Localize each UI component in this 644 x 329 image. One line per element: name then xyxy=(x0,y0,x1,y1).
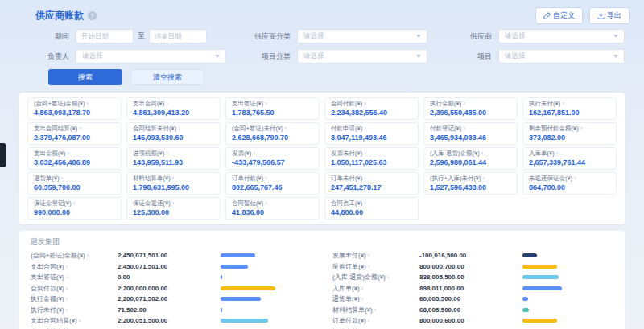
stat-cell[interactable]: 支出合同(¥) › 4,861,309,413.20 xyxy=(126,97,221,120)
stat-value: 802,665,767.46 xyxy=(232,183,313,192)
stat-label: 保证金返还(¥) › xyxy=(133,199,214,208)
export-button[interactable]: 导出 xyxy=(589,7,630,24)
stat-cell[interactable]: 执行金额(¥) › 2,396,550,485.00 xyxy=(423,97,518,120)
detail-row-label[interactable]: 发票未付(¥) › xyxy=(332,251,419,260)
stat-cell[interactable]: 未返还保证金(¥) › 864,700.00 xyxy=(522,172,617,195)
stat-cell[interactable]: 合同结算未付(¥) › 145,093,530.60 xyxy=(126,122,221,145)
stat-cell[interactable]: 支出金额(¥) › 3,032,456,486.89 xyxy=(27,147,122,170)
project-placeholder: 请选择 xyxy=(505,51,526,61)
stat-cell[interactable]: 付款申请(¥) › 3,047,119,493.46 xyxy=(324,122,419,145)
stat-value: 1,050,117,025.63 xyxy=(331,158,412,167)
stat-label: 未返还保证金(¥) › xyxy=(529,175,610,183)
detail-row: 执行金额(¥) › 2,200,071,502.00 xyxy=(31,294,312,305)
stat-cell[interactable]: 保证金登记(¥) › 990,000.00 xyxy=(27,197,122,220)
end-date-input[interactable] xyxy=(149,29,207,43)
stat-cell[interactable]: (执行+入库)未付(¥) › 1,527,596,433.00 xyxy=(423,172,518,195)
detail-row-bar-fill xyxy=(221,275,222,279)
detail-row-bar xyxy=(522,265,613,269)
supplier-label: 供应商 xyxy=(442,31,498,42)
detail-row-label[interactable]: (入库-退货)金额(¥) › xyxy=(332,273,419,282)
detail-row-label[interactable]: 执行金额(¥) › xyxy=(31,294,118,303)
supplier-select[interactable]: 请选择 xyxy=(498,29,625,43)
clear-search-button[interactable]: 清空搜索 xyxy=(130,69,204,85)
project-select[interactable]: 请选择 xyxy=(498,49,625,64)
stat-value: 2,234,382,556.40 xyxy=(331,108,412,117)
chevron-right-icon: › xyxy=(79,125,81,133)
stat-cell[interactable]: 退货单(¥) › 60,359,700.00 xyxy=(27,172,122,195)
stat-value: 60,359,700.00 xyxy=(34,183,115,192)
detail-row-label[interactable]: 合同付款(¥) › xyxy=(31,284,118,293)
detail-row-label[interactable]: (合同+签证)金额(¥) › xyxy=(31,251,118,260)
stat-cell[interactable]: (入库-退货)金额(¥) › 2,596,980,061.44 xyxy=(423,147,518,170)
drawer-handle[interactable] xyxy=(0,143,6,167)
detail-row: 支出合同结算(¥) › 2,200,051,500.00 xyxy=(31,315,312,327)
stat-cell[interactable]: 剩余预付款金额(¥) › 373,082.00 xyxy=(522,122,617,145)
stat-cell[interactable]: 进项税额(¥) › 143,959,511.93 xyxy=(126,147,221,170)
stat-cell[interactable]: 发票(¥) › -433,479,566.57 xyxy=(225,147,320,170)
stat-cell[interactable]: 执行未付(¥) › 162,167,851.00 xyxy=(522,97,617,120)
detail-row-label[interactable]: 支出合同结算(¥) › xyxy=(31,316,118,325)
project-category-select[interactable]: 请选择 xyxy=(297,49,427,64)
detail-row-bar xyxy=(522,286,613,290)
stat-cell[interactable]: 支出合同结算(¥) › 2,379,476,087.00 xyxy=(27,122,122,145)
detail-row-label[interactable]: 采购订单(¥) › xyxy=(332,262,419,271)
stat-value: 2,596,980,061.44 xyxy=(430,158,511,167)
customize-button[interactable]: 自定义 xyxy=(535,7,583,24)
stat-cell[interactable]: 入库单(¥) › 2,657,339,761.44 xyxy=(522,147,617,170)
detail-row-label[interactable]: 支出合同(¥) › xyxy=(31,262,118,271)
stat-cell[interactable]: 订单付款(¥) › 802,665,767.46 xyxy=(225,172,320,195)
chevron-right-icon: › xyxy=(364,199,366,208)
detail-row-label-text: 采购订单(¥) xyxy=(332,262,366,271)
stat-label-text: 合同结算未付(¥) xyxy=(133,125,176,133)
search-button[interactable]: 搜索 xyxy=(48,69,122,85)
detail-row-label-text: 材料结算单(¥) xyxy=(332,306,373,315)
stat-cell[interactable]: 发票未付(¥) › 1,050,117,025.63 xyxy=(324,147,419,170)
detail-row-label[interactable]: 执行未付(¥) › xyxy=(31,306,118,315)
supplier-category-placeholder: 请选择 xyxy=(303,31,324,41)
chevron-right-icon: › xyxy=(562,100,564,108)
stat-label-text: 发票(¥) xyxy=(232,150,251,158)
stat-value: 3,465,934,033.46 xyxy=(430,133,511,142)
stat-label: 执行未付(¥) › xyxy=(529,100,610,108)
stat-cell[interactable]: 合同暂估(¥) › 41,836.00 xyxy=(225,197,320,220)
stat-label-text: 保证金登记(¥) xyxy=(34,199,72,208)
stat-cell[interactable]: 订单未付(¥) › 247,451,278.17 xyxy=(324,172,419,195)
project-category-placeholder: 请选择 xyxy=(303,51,324,61)
stat-value: 1,798,631,995.00 xyxy=(133,183,214,192)
detail-row-bar xyxy=(522,319,613,323)
chevron-down-icon xyxy=(416,35,421,38)
stat-cell[interactable]: 支出签证(¥) › 1,783,765.50 xyxy=(225,97,320,120)
detail-row-bar-fill xyxy=(221,297,261,301)
start-date-input[interactable] xyxy=(76,29,134,43)
stat-label-text: (入库-退货)金额(¥) xyxy=(430,150,480,158)
detail-row-value: 2,200,000,000.00 xyxy=(118,285,221,292)
stat-cell[interactable]: 合同点工(¥) › 44,800.00 xyxy=(324,197,419,220)
chevron-right-icon: › xyxy=(368,252,370,259)
filter-panel: 期间 至 供应商分类 请选择 供应商 请选择 xyxy=(0,27,644,93)
stat-cell[interactable]: 材料结算单(¥) › 1,798,631,995.00 xyxy=(126,172,221,195)
supplier-category-select[interactable]: 请选择 xyxy=(297,29,427,43)
chevron-right-icon: › xyxy=(481,150,484,158)
detail-row-label-text: 发票未付(¥) xyxy=(332,251,366,260)
stat-cell[interactable]: 付款登记(¥) › 3,465,934,033.46 xyxy=(423,122,518,145)
detail-row-label[interactable]: 材料结算单(¥) › xyxy=(332,306,419,315)
detail-row-label[interactable]: 支出签证(¥) › xyxy=(31,273,118,282)
stat-label: 支出合同结算(¥) › xyxy=(34,125,115,133)
stat-cell[interactable]: (合同+签证)金额(¥) › 4,863,093,178.70 xyxy=(27,97,122,120)
detail-columns: (合同+签证)金额(¥) › 2,450,071,501.00 支出合同(¥) … xyxy=(31,250,613,329)
detail-row-label[interactable]: 退货单(¥) › xyxy=(332,294,419,303)
stat-label-text: (执行+入库)未付(¥) xyxy=(430,175,481,183)
stat-value: 2,396,550,485.00 xyxy=(430,108,511,117)
stat-cell[interactable]: 合同付款(¥) › 2,234,382,556.40 xyxy=(324,97,419,120)
detail-row-value: 800,000,600.00 xyxy=(419,317,522,324)
stat-cell[interactable]: 保证金返还(¥) › 125,300.00 xyxy=(126,197,221,220)
detail-row-label[interactable]: 入库单(¥) › xyxy=(332,284,419,293)
stat-label: 订单付款(¥) › xyxy=(232,175,313,183)
stat-value: 4,861,309,413.20 xyxy=(133,108,214,117)
detail-row-label[interactable]: 订单付款(¥) › xyxy=(332,316,419,325)
stat-cell[interactable]: (合同+签证)未付(¥) › 2,628,668,790.70 xyxy=(225,122,320,145)
detail-row-value: 71,502.00 xyxy=(118,306,221,314)
owner-select[interactable]: 请选择 xyxy=(76,49,226,64)
help-icon[interactable]: ? xyxy=(88,11,97,20)
stat-value: 990,000.00 xyxy=(34,208,115,217)
